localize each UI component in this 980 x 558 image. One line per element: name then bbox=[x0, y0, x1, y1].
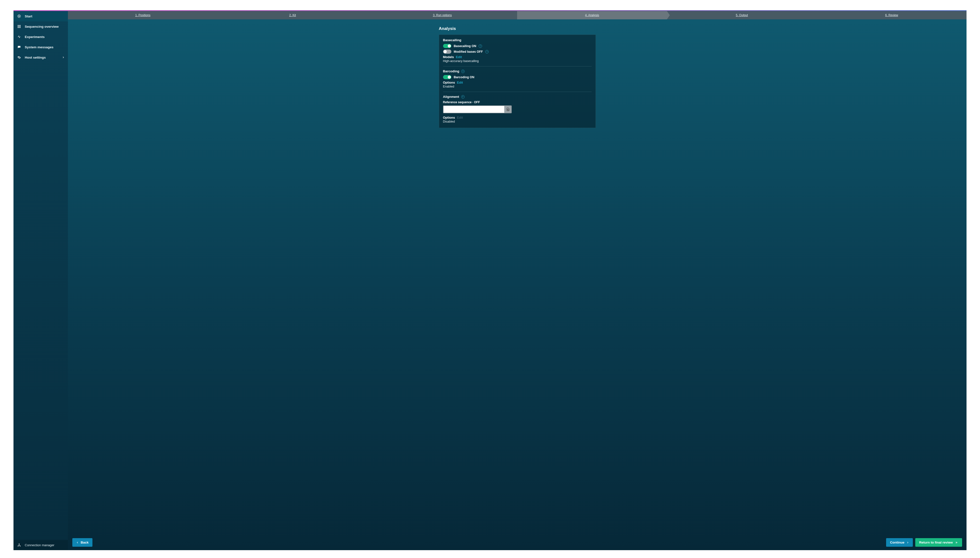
svg-point-17 bbox=[507, 109, 508, 110]
sidebar-item-label: System messages bbox=[25, 45, 53, 49]
grid-icon bbox=[17, 24, 21, 29]
sidebar-item-label: Start bbox=[25, 15, 32, 18]
sidebar-spacer bbox=[13, 62, 68, 540]
reference-sequence-input[interactable] bbox=[443, 106, 504, 113]
return-review-button-label: Return to final review bbox=[919, 541, 953, 544]
svg-rect-8 bbox=[18, 27, 18, 28]
back-button[interactable]: Back bbox=[72, 538, 92, 547]
reference-sequence-input-wrap bbox=[443, 105, 512, 113]
svg-rect-10 bbox=[20, 27, 21, 28]
sidebar-footer-label: Connection manager bbox=[25, 543, 54, 547]
continue-button[interactable]: Continue bbox=[886, 538, 913, 547]
step-label: 4. Analysis bbox=[585, 13, 599, 17]
step-review[interactable]: 6. Review bbox=[817, 11, 967, 20]
step-positions[interactable]: 1. Positions bbox=[68, 11, 218, 20]
models-value: High-accuracy basecalling bbox=[443, 59, 592, 63]
content-area: Analysis Basecalling Basecalling ON ? bbox=[68, 20, 967, 535]
content-inner: Analysis Basecalling Basecalling ON ? bbox=[439, 26, 596, 128]
browse-file-button[interactable] bbox=[504, 106, 511, 113]
svg-point-11 bbox=[19, 544, 20, 544]
sidebar-item-experiments[interactable]: Experiments bbox=[13, 32, 68, 42]
analysis-panel: Basecalling Basecalling ON ? Modified ba… bbox=[439, 34, 596, 128]
return-to-final-review-button[interactable]: Return to final review bbox=[915, 538, 962, 547]
page-title: Analysis bbox=[439, 26, 596, 31]
basecalling-toggle[interactable] bbox=[443, 44, 451, 48]
sidebar-item-label: Host settings bbox=[25, 56, 46, 59]
double-chevron-right-icon bbox=[955, 541, 958, 544]
help-icon[interactable]: ? bbox=[461, 95, 465, 98]
models-edit-link[interactable]: Edit bbox=[456, 55, 462, 59]
hub-icon bbox=[17, 543, 21, 547]
sidebar-item-label: Experiments bbox=[25, 35, 44, 39]
alignment-options-edit-link: Edit bbox=[457, 116, 463, 120]
svg-rect-7 bbox=[20, 26, 21, 27]
chevron-right-icon bbox=[62, 56, 64, 59]
continue-button-label: Continue bbox=[890, 541, 904, 544]
toggle-knob bbox=[448, 75, 451, 79]
alignment-options-label: Options bbox=[443, 116, 455, 120]
step-run-options[interactable]: 3. Run options bbox=[368, 11, 517, 20]
svg-rect-5 bbox=[18, 26, 18, 27]
divider bbox=[443, 92, 592, 92]
file-search-icon bbox=[506, 108, 510, 111]
section-heading-text: Alignment bbox=[443, 95, 459, 98]
modified-bases-toggle[interactable] bbox=[443, 49, 451, 54]
alignment-heading: Alignment ? bbox=[443, 95, 592, 98]
bottom-bar: Back Continue Return to final review bbox=[68, 535, 967, 550]
stepper: 1. Positions 2. Kit 3. Run options 4. An… bbox=[68, 11, 967, 20]
reference-sequence-label: Reference sequence · OFF bbox=[443, 100, 592, 104]
step-label: 3. Run options bbox=[433, 13, 451, 17]
svg-line-15 bbox=[18, 545, 20, 546]
basecalling-toggle-label: Basecalling ON bbox=[454, 44, 476, 48]
barcoding-options-value: Enabled bbox=[443, 85, 592, 88]
body-row: Start Sequencing overview Experiments Sy… bbox=[13, 11, 967, 550]
step-label: 5. Output bbox=[736, 13, 748, 17]
alignment-options-value: Disabled bbox=[443, 120, 592, 123]
gear-icon bbox=[17, 55, 21, 59]
step-label: 1. Positions bbox=[135, 13, 150, 17]
chevron-right-icon bbox=[906, 541, 909, 544]
sidebar-item-label: Sequencing overview bbox=[25, 25, 59, 28]
alignment-options-row: Options Edit bbox=[443, 116, 592, 120]
barcoding-toggle-label: Barcoding ON bbox=[454, 75, 474, 79]
svg-rect-6 bbox=[19, 26, 20, 27]
svg-rect-9 bbox=[19, 27, 20, 28]
chevron-left-icon bbox=[76, 541, 79, 544]
section-heading-text: Barcoding bbox=[443, 69, 460, 73]
svg-rect-4 bbox=[20, 25, 21, 26]
barcoding-options-edit-link[interactable]: Edit bbox=[457, 80, 463, 84]
barcoding-options-row: Options Edit bbox=[443, 80, 592, 84]
step-analysis[interactable]: 4. Analysis bbox=[517, 11, 667, 20]
step-output[interactable]: 5. Output bbox=[667, 11, 817, 20]
toggle-knob bbox=[443, 50, 447, 53]
help-icon[interactable]: ? bbox=[479, 44, 482, 48]
sidebar-item-system-messages[interactable]: System messages bbox=[13, 42, 68, 52]
svg-marker-1 bbox=[19, 16, 20, 17]
svg-rect-2 bbox=[18, 25, 18, 26]
step-kit[interactable]: 2. Kit bbox=[218, 11, 368, 20]
play-circle-icon bbox=[17, 14, 21, 18]
models-label: Models bbox=[443, 55, 454, 59]
svg-rect-3 bbox=[19, 25, 20, 26]
sidebar-item-connection-manager[interactable]: Connection manager bbox=[13, 540, 68, 550]
barcoding-toggle-row: Barcoding ON bbox=[443, 75, 592, 79]
barcoding-options-label: Options bbox=[443, 80, 455, 84]
app-frame: Start Sequencing overview Experiments Sy… bbox=[13, 10, 967, 550]
help-icon[interactable]: ? bbox=[485, 50, 489, 53]
activity-icon bbox=[17, 34, 21, 39]
message-icon bbox=[17, 45, 21, 49]
toggle-knob bbox=[448, 44, 451, 48]
models-row: Models Edit bbox=[443, 55, 592, 59]
barcoding-toggle[interactable] bbox=[443, 75, 451, 79]
basecalling-heading: Basecalling bbox=[443, 38, 592, 42]
basecalling-toggle-row: Basecalling ON ? bbox=[443, 44, 592, 48]
modified-bases-toggle-row: Modified bases OFF ? bbox=[443, 49, 592, 54]
sidebar-item-sequencing-overview[interactable]: Sequencing overview bbox=[13, 21, 68, 32]
main-column: 1. Positions 2. Kit 3. Run options 4. An… bbox=[68, 11, 967, 550]
sidebar-item-start[interactable]: Start bbox=[13, 11, 68, 21]
sidebar-item-host-settings[interactable]: Host settings bbox=[13, 52, 68, 62]
back-button-label: Back bbox=[80, 541, 89, 544]
section-heading-text: Basecalling bbox=[443, 38, 461, 42]
help-icon[interactable]: ? bbox=[461, 70, 465, 73]
sidebar: Start Sequencing overview Experiments Sy… bbox=[13, 11, 68, 550]
